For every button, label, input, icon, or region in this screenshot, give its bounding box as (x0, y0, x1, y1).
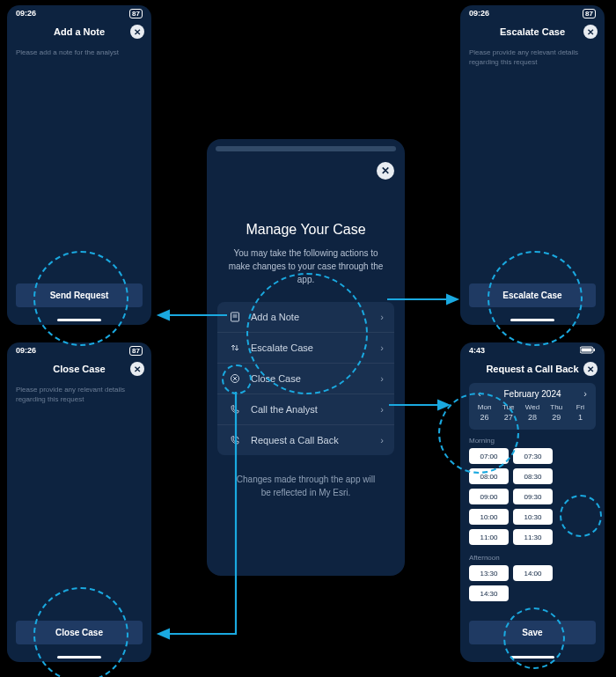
close-textarea[interactable]: Please provide any relevant details rega… (7, 379, 151, 409)
status-time: 09:26 (469, 9, 489, 18)
menu-item-call[interactable]: Call the Analyst › (217, 394, 394, 425)
close-icon[interactable]: ✕ (583, 25, 598, 39)
home-indicator (510, 319, 554, 321)
calendar-date[interactable]: 28 (520, 412, 544, 423)
time-slot[interactable]: 08:30 (513, 468, 553, 484)
time-slot[interactable]: 14:30 (469, 585, 509, 601)
time-slot[interactable]: 09:00 (469, 489, 509, 504)
callback-screen: 4:43 Request a Call Back ✕ ‹ February 20… (460, 342, 605, 662)
note-icon (228, 312, 242, 322)
time-slot[interactable]: 11:00 (469, 529, 509, 545)
menu-item-escalate[interactable]: Escalate Case › (217, 333, 394, 364)
status-bar: 09:26 87 (7, 342, 151, 358)
calendar-date-row: 26 27 28 29 1 (473, 412, 592, 423)
close-icon[interactable]: ✕ (130, 362, 144, 376)
close-icon[interactable]: ✕ (130, 25, 144, 39)
status-bar: 09:26 87 (460, 5, 605, 21)
status-bar: 09:26 87 (7, 5, 151, 21)
close-case-button[interactable]: Close Case (16, 621, 143, 644)
time-slot[interactable]: 11:30 (513, 529, 553, 545)
time-slot[interactable]: 08:00 (469, 468, 509, 484)
modal-title: Request a Call Back (486, 364, 578, 374)
calendar-day: Mon (473, 402, 496, 412)
escalate-icon (228, 342, 242, 353)
menu-item-callback[interactable]: Request a Call Back › (217, 425, 394, 455)
calendar-day: Thu (545, 402, 568, 412)
chevron-right-icon: › (380, 435, 384, 445)
drag-handle (216, 146, 396, 151)
time-slot[interactable]: 07:00 (469, 448, 509, 464)
calendar-prev-icon[interactable]: ‹ (478, 388, 481, 399)
calendar-date[interactable]: 1 (568, 412, 592, 423)
chevron-right-icon: › (380, 342, 384, 353)
menu-label: Request a Call Back (251, 435, 380, 445)
calendar-day: Wed (520, 402, 544, 412)
escalate-button[interactable]: Escalate Case (469, 283, 596, 307)
escalate-textarea[interactable]: Please provide any relevant details rega… (460, 42, 605, 72)
morning-grid: 07:00 07:30 08:00 08:30 09:00 09:30 10:0… (460, 446, 605, 550)
chevron-right-icon: › (380, 312, 384, 322)
status-time: 09:26 (16, 9, 36, 18)
phone-icon (228, 404, 242, 415)
save-button[interactable]: Save (469, 621, 596, 644)
menu-item-add-note[interactable]: Add a Note › (217, 302, 394, 333)
afternoon-grid: 13:30 14:00 14:30 (460, 563, 605, 607)
chevron-right-icon: › (380, 404, 384, 415)
note-textarea[interactable]: Please add a note for the analyst (7, 42, 151, 63)
chevron-right-icon: › (380, 373, 384, 384)
calendar-month: February 2024 (503, 389, 561, 399)
home-indicator (57, 319, 101, 321)
time-slot[interactable]: 10:00 (469, 509, 509, 525)
close-icon[interactable]: ✕ (377, 162, 394, 180)
manage-subtitle: You may take the following actions to ma… (226, 247, 385, 286)
close-case-icon (228, 373, 242, 384)
manage-footer: Changes made through the app will be ref… (231, 473, 380, 499)
calendar-date[interactable]: 26 (473, 412, 496, 423)
svg-rect-27 (582, 348, 592, 351)
time-slot[interactable]: 07:30 (513, 448, 553, 464)
status-icons: 87 (577, 9, 596, 18)
menu-label: Call the Analyst (251, 404, 380, 415)
battery-icon: 87 (129, 346, 143, 356)
modal-title: Escalate Case (500, 26, 565, 37)
close-case-screen: 09:26 87 Close Case ✕ Please provide any… (7, 342, 151, 662)
home-indicator (57, 656, 101, 659)
close-icon[interactable]: ✕ (583, 362, 598, 376)
morning-label: Morning (460, 433, 605, 446)
status-icons: 87 (124, 9, 143, 18)
calendar-date[interactable]: 27 (496, 412, 520, 423)
modal-title: Add a Note (54, 26, 105, 37)
status-bar: 4:43 (460, 342, 605, 358)
modal-title: Close Case (53, 364, 105, 374)
status-icons (575, 346, 596, 356)
calendar-day: Fri (568, 402, 592, 412)
status-time: 09:26 (16, 346, 36, 355)
calendar-date[interactable]: 29 (545, 412, 568, 423)
time-slot[interactable]: 10:30 (513, 509, 553, 525)
calendar-day-row: Mon Tue Wed Thu Fri (473, 402, 592, 412)
calendar: ‹ February 2024 › Mon Tue Wed Thu Fri 26… (469, 383, 596, 430)
time-slot[interactable]: 13:30 (469, 565, 509, 581)
calendar-next-icon[interactable]: › (583, 388, 587, 399)
menu-label: Close Case (251, 373, 380, 384)
status-time: 4:43 (469, 346, 485, 355)
menu-label: Add a Note (251, 312, 380, 322)
escalate-screen: 09:26 87 Escalate Case ✕ Please provide … (460, 5, 605, 325)
time-slot[interactable]: 09:30 (513, 489, 553, 504)
calendar-day: Tue (496, 402, 520, 412)
afternoon-label: Afternoon (460, 550, 605, 563)
menu-item-close[interactable]: Close Case › (217, 364, 394, 394)
manage-case-screen: ✕ Manage Your Case You may take the foll… (202, 134, 410, 581)
manage-menu: Add a Note › Escalate Case › Close Case … (217, 302, 394, 455)
send-request-button[interactable]: Send Request (16, 283, 143, 307)
menu-label: Escalate Case (251, 342, 380, 353)
battery-icon: 87 (583, 9, 596, 18)
callback-icon (228, 435, 242, 445)
manage-title: Manage Your Case (207, 222, 405, 238)
svg-rect-28 (594, 349, 596, 351)
battery-icon (580, 346, 596, 356)
add-note-screen: 09:26 87 Add a Note ✕ Please add a note … (7, 5, 151, 325)
status-icons: 87 (124, 346, 143, 356)
time-slot[interactable]: 14:00 (513, 565, 553, 581)
home-indicator (510, 656, 554, 659)
